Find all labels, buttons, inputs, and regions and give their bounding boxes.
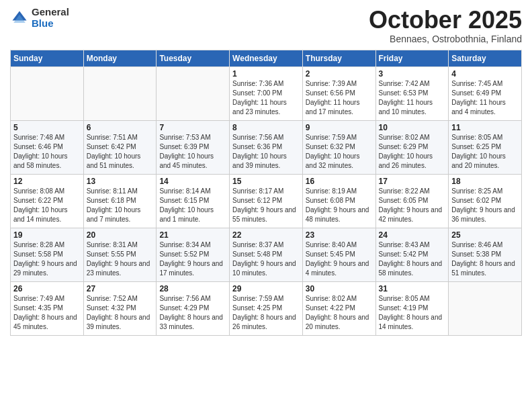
location-subtitle: Bennaes, Ostrobothnia, Finland <box>369 34 522 44</box>
day-info: Sunrise: 8:40 AMSunset: 5:45 PMDaylight:… <box>306 241 369 277</box>
day-number: 18 <box>451 177 519 186</box>
day-info: Sunrise: 7:45 AMSunset: 6:49 PMDaylight:… <box>451 80 506 116</box>
day-number: 21 <box>159 230 226 240</box>
th-monday: Monday <box>83 50 157 66</box>
day-number: 16 <box>306 177 373 186</box>
day-number: 15 <box>232 177 300 186</box>
calendar-cell: 26Sunrise: 7:49 AMSunset: 4:35 PMDayligh… <box>11 281 84 335</box>
day-number: 23 <box>306 230 373 240</box>
day-number: 24 <box>379 230 446 240</box>
calendar-cell: 14Sunrise: 8:14 AMSunset: 6:15 PMDayligh… <box>157 174 230 228</box>
calendar-cell: 4Sunrise: 7:45 AMSunset: 6:49 PMDaylight… <box>449 66 522 120</box>
day-info: Sunrise: 8:46 AMSunset: 5:38 PMDaylight:… <box>451 241 515 277</box>
calendar-cell: 5Sunrise: 7:48 AMSunset: 6:46 PMDaylight… <box>11 120 84 174</box>
day-number: 19 <box>13 230 81 240</box>
day-info: Sunrise: 8:02 AMSunset: 6:29 PMDaylight:… <box>379 134 433 169</box>
day-number: 11 <box>451 123 519 132</box>
day-number: 25 <box>451 230 519 240</box>
logo-blue: Blue <box>32 18 69 30</box>
day-info: Sunrise: 8:31 AMSunset: 5:55 PMDaylight:… <box>87 241 150 277</box>
day-number: 1 <box>232 69 300 79</box>
day-info: Sunrise: 7:59 AMSunset: 6:32 PMDaylight:… <box>306 134 360 169</box>
th-thursday: Thursday <box>302 50 375 66</box>
calendar-cell: 29Sunrise: 7:59 AMSunset: 4:25 PMDayligh… <box>230 281 303 335</box>
logo-icon <box>10 9 29 28</box>
calendar-cell: 25Sunrise: 8:46 AMSunset: 5:38 PMDayligh… <box>449 228 522 281</box>
day-info: Sunrise: 7:39 AMSunset: 6:56 PMDaylight:… <box>306 80 360 116</box>
day-number: 20 <box>87 230 154 240</box>
day-number: 28 <box>159 284 226 293</box>
calendar-cell: 18Sunrise: 8:25 AMSunset: 6:02 PMDayligh… <box>449 174 522 228</box>
day-number: 31 <box>379 284 446 293</box>
day-number: 9 <box>306 123 373 132</box>
calendar-cell: 17Sunrise: 8:22 AMSunset: 6:05 PMDayligh… <box>375 174 449 228</box>
calendar-cell <box>449 281 522 335</box>
day-number: 26 <box>13 284 81 293</box>
calendar-cell <box>83 66 157 120</box>
day-info: Sunrise: 8:37 AMSunset: 5:48 PMDaylight:… <box>232 241 296 277</box>
calendar-cell: 24Sunrise: 8:43 AMSunset: 5:42 PMDayligh… <box>375 228 449 281</box>
day-info: Sunrise: 8:02 AMSunset: 4:22 PMDaylight:… <box>306 295 369 330</box>
day-number: 17 <box>379 177 446 186</box>
calendar-cell: 19Sunrise: 8:28 AMSunset: 5:58 PMDayligh… <box>11 228 84 281</box>
day-info: Sunrise: 7:56 AMSunset: 4:29 PMDaylight:… <box>159 295 223 330</box>
day-number: 27 <box>87 284 154 293</box>
day-number: 10 <box>379 123 446 132</box>
calendar-cell: 11Sunrise: 8:05 AMSunset: 6:25 PMDayligh… <box>449 120 522 174</box>
day-number: 12 <box>13 177 81 186</box>
day-number: 13 <box>87 177 154 186</box>
week-row-2: 5Sunrise: 7:48 AMSunset: 6:46 PMDaylight… <box>11 120 522 174</box>
day-info: Sunrise: 8:05 AMSunset: 6:25 PMDaylight:… <box>451 134 506 169</box>
day-info: Sunrise: 8:17 AMSunset: 6:12 PMDaylight:… <box>232 187 296 223</box>
calendar-cell: 10Sunrise: 8:02 AMSunset: 6:29 PMDayligh… <box>375 120 449 174</box>
day-info: Sunrise: 7:53 AMSunset: 6:39 PMDaylight:… <box>159 134 214 169</box>
day-info: Sunrise: 8:34 AMSunset: 5:52 PMDaylight:… <box>159 241 223 277</box>
day-info: Sunrise: 7:42 AMSunset: 6:53 PMDaylight:… <box>379 80 433 116</box>
calendar-cell: 21Sunrise: 8:34 AMSunset: 5:52 PMDayligh… <box>157 228 230 281</box>
page: General Blue October 2025 Bennaes, Ostro… <box>0 0 532 411</box>
day-info: Sunrise: 8:22 AMSunset: 6:05 PMDaylight:… <box>379 187 443 223</box>
month-title: October 2025 <box>369 7 522 34</box>
day-info: Sunrise: 8:25 AMSunset: 6:02 PMDaylight:… <box>451 187 515 223</box>
day-number: 6 <box>87 123 154 132</box>
calendar-cell: 2Sunrise: 7:39 AMSunset: 6:56 PMDaylight… <box>302 66 375 120</box>
day-info: Sunrise: 7:51 AMSunset: 6:42 PMDaylight:… <box>87 134 141 169</box>
day-number: 3 <box>379 69 446 79</box>
day-info: Sunrise: 7:49 AMSunset: 4:35 PMDaylight:… <box>13 295 77 330</box>
day-info: Sunrise: 7:59 AMSunset: 4:25 PMDaylight:… <box>232 295 296 330</box>
logo: General Blue <box>10 7 69 29</box>
calendar-cell: 12Sunrise: 8:08 AMSunset: 6:22 PMDayligh… <box>11 174 84 228</box>
week-row-5: 26Sunrise: 7:49 AMSunset: 4:35 PMDayligh… <box>11 281 522 335</box>
calendar-cell: 7Sunrise: 7:53 AMSunset: 6:39 PMDaylight… <box>157 120 230 174</box>
th-tuesday: Tuesday <box>157 50 230 66</box>
calendar-table: Sunday Monday Tuesday Wednesday Thursday… <box>10 50 522 336</box>
day-number: 7 <box>159 123 226 132</box>
day-info: Sunrise: 7:52 AMSunset: 4:32 PMDaylight:… <box>87 295 150 330</box>
day-number: 29 <box>232 284 300 293</box>
calendar-cell: 15Sunrise: 8:17 AMSunset: 6:12 PMDayligh… <box>230 174 303 228</box>
calendar-cell: 8Sunrise: 7:56 AMSunset: 6:36 PMDaylight… <box>230 120 303 174</box>
th-friday: Friday <box>375 50 449 66</box>
day-info: Sunrise: 8:43 AMSunset: 5:42 PMDaylight:… <box>379 241 443 277</box>
day-info: Sunrise: 8:19 AMSunset: 6:08 PMDaylight:… <box>306 187 369 223</box>
day-number: 4 <box>451 69 519 79</box>
week-row-1: 1Sunrise: 7:36 AMSunset: 7:00 PMDaylight… <box>11 66 522 120</box>
calendar-cell: 28Sunrise: 7:56 AMSunset: 4:29 PMDayligh… <box>157 281 230 335</box>
day-info: Sunrise: 8:11 AMSunset: 6:18 PMDaylight:… <box>87 187 141 223</box>
calendar-cell: 23Sunrise: 8:40 AMSunset: 5:45 PMDayligh… <box>302 228 375 281</box>
calendar-cell: 13Sunrise: 8:11 AMSunset: 6:18 PMDayligh… <box>83 174 157 228</box>
logo-text: General Blue <box>32 7 69 29</box>
calendar-cell: 6Sunrise: 7:51 AMSunset: 6:42 PMDaylight… <box>83 120 157 174</box>
calendar-cell: 31Sunrise: 8:05 AMSunset: 4:19 PMDayligh… <box>375 281 449 335</box>
title-block: October 2025 Bennaes, Ostrobothnia, Finl… <box>369 7 522 44</box>
calendar-cell: 20Sunrise: 8:31 AMSunset: 5:55 PMDayligh… <box>83 228 157 281</box>
day-info: Sunrise: 7:48 AMSunset: 6:46 PMDaylight:… <box>13 134 68 169</box>
day-number: 5 <box>13 123 81 132</box>
calendar-cell: 9Sunrise: 7:59 AMSunset: 6:32 PMDaylight… <box>302 120 375 174</box>
day-info: Sunrise: 8:05 AMSunset: 4:19 PMDaylight:… <box>379 295 443 330</box>
week-row-3: 12Sunrise: 8:08 AMSunset: 6:22 PMDayligh… <box>11 174 522 228</box>
header-row: Sunday Monday Tuesday Wednesday Thursday… <box>11 50 522 66</box>
logo-general: General <box>32 7 69 18</box>
calendar-cell <box>157 66 230 120</box>
calendar-cell: 3Sunrise: 7:42 AMSunset: 6:53 PMDaylight… <box>375 66 449 120</box>
